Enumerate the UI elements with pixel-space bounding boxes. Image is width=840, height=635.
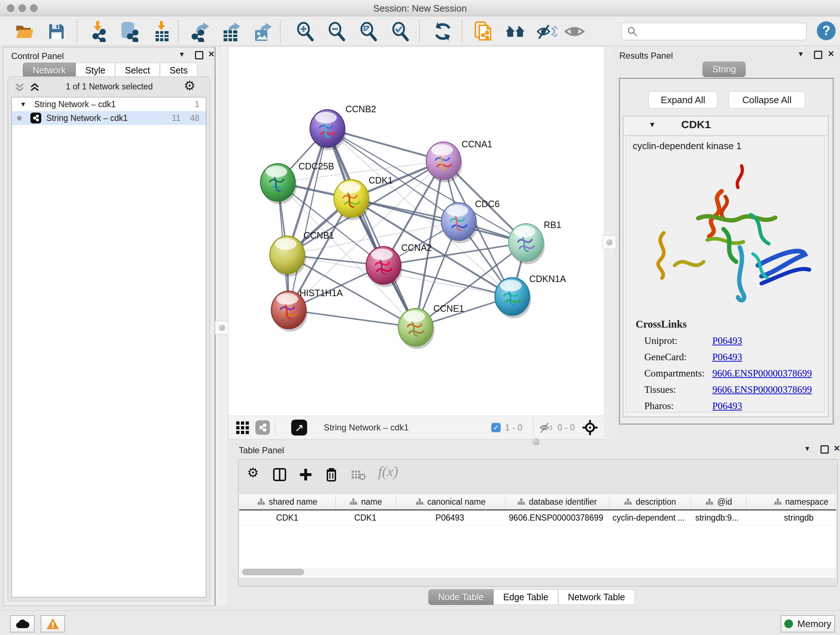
show-eye-icon[interactable]: [564, 21, 584, 42]
zoom-selected-icon[interactable]: [391, 21, 411, 42]
export-table-icon[interactable]: [221, 21, 242, 42]
network-node-cdkn1a[interactable]: CDKN1A: [495, 274, 566, 318]
zoom-fit-icon[interactable]: [359, 21, 379, 42]
zoom-in-icon[interactable]: [296, 21, 316, 42]
collapse-all-chevrons-icon[interactable]: [29, 82, 41, 93]
scrollbar-thumb[interactable]: [242, 569, 304, 575]
table-cell[interactable]: stringdb:9...: [690, 510, 745, 525]
network-node-cdc6[interactable]: CDC6: [441, 199, 500, 243]
table-cell[interactable]: cyclin-dependent ...: [608, 510, 690, 525]
expand-all-chevrons-icon[interactable]: [14, 82, 25, 93]
column-header--id[interactable]: @id: [691, 494, 747, 509]
delete-table-icon[interactable]: [351, 470, 366, 480]
export-network-icon[interactable]: [189, 21, 210, 42]
network-row[interactable]: String Network – cdk1 11 48: [12, 111, 206, 125]
hide-selected-eye-slash-icon[interactable]: [537, 21, 557, 42]
column-header-namespace[interactable]: namespace: [747, 494, 836, 509]
help-button[interactable]: ?: [817, 21, 836, 40]
import-network-from-database-icon[interactable]: [119, 21, 140, 42]
collapse-all-button[interactable]: Collapse All: [729, 91, 805, 109]
crosslink-link[interactable]: 9606.ENSP00000378699: [712, 368, 812, 379]
delete-column-trash-icon[interactable]: [325, 467, 338, 482]
collection-row[interactable]: ▼ String Network – cdk1 1: [12, 97, 206, 111]
right-splitter-grabber[interactable]: [602, 235, 616, 249]
table-horizontal-scrollbar[interactable]: [240, 568, 836, 576]
tab-string[interactable]: String: [703, 62, 745, 77]
crosslink-link[interactable]: P06493: [712, 335, 742, 347]
search-field[interactable]: [622, 23, 807, 40]
collapse-panel-icon[interactable]: ▾: [805, 445, 809, 453]
left-splitter-grabber[interactable]: [215, 321, 229, 334]
right-splitter[interactable]: [604, 47, 615, 439]
hidden-eye-slash-icon[interactable]: [538, 421, 554, 434]
crosshair-icon[interactable]: [582, 420, 598, 435]
function-builder-icon[interactable]: f(x): [378, 463, 398, 480]
close-panel-icon[interactable]: ✕: [834, 445, 840, 453]
network-node-hist1h1a[interactable]: HIST1H1A: [271, 288, 343, 332]
table-cell[interactable]: CDK1: [335, 510, 395, 525]
column-header-canonical-name[interactable]: canonical name: [396, 494, 505, 509]
create-column-plus-icon[interactable]: [299, 468, 312, 481]
collection-expand-triangle-icon[interactable]: ▼: [20, 101, 27, 108]
column-header-shared-name[interactable]: shared name: [239, 494, 336, 509]
save-session-icon[interactable]: [46, 21, 66, 42]
close-panel-icon[interactable]: ✕: [828, 50, 834, 58]
import-table-icon[interactable]: [152, 21, 172, 42]
tab-network-table[interactable]: Network Table: [558, 589, 635, 605]
table-row[interactable]: CDK1CDK1P064939606.ENSP00000378699cyclin…: [239, 510, 836, 525]
tab-sets[interactable]: Sets: [160, 63, 197, 78]
search-input[interactable]: [641, 26, 806, 37]
show-columns-icon[interactable]: [273, 468, 286, 481]
show-all-houses-icon[interactable]: [505, 21, 525, 42]
tab-network[interactable]: Network: [23, 63, 76, 78]
network-node-cdk1[interactable]: CDK1: [334, 175, 393, 220]
birds-eye-grid-icon[interactable]: [236, 421, 249, 434]
open-in-window-icon[interactable]: ↗: [291, 420, 307, 435]
float-panel-icon[interactable]: [821, 445, 829, 454]
gene-section-header[interactable]: ▼ CDK1: [623, 116, 828, 135]
table-options-gear-icon[interactable]: ⚙: [247, 465, 259, 480]
network-node-rb1[interactable]: RB1: [508, 220, 561, 264]
export-image-icon[interactable]: [253, 21, 273, 42]
zoom-out-icon[interactable]: [327, 21, 347, 42]
collapse-panel-icon[interactable]: ▾: [799, 50, 803, 58]
crosslink-link[interactable]: P06493: [712, 401, 742, 412]
network-edge[interactable]: [289, 128, 327, 310]
column-header-name[interactable]: name: [336, 494, 396, 509]
table-cell[interactable]: P06493: [395, 510, 504, 525]
left-splitter[interactable]: [215, 47, 228, 605]
tab-node-table[interactable]: Node Table: [428, 589, 493, 605]
string-network-view-icon[interactable]: [256, 420, 270, 435]
expand-all-button[interactable]: Expand All: [648, 91, 718, 109]
cloud-button[interactable]: [10, 615, 35, 632]
table-cell[interactable]: 9606.ENSP00000378699: [504, 510, 608, 525]
network-node-ccnb2[interactable]: CCNB2: [310, 104, 376, 150]
float-panel-icon[interactable]: [814, 51, 822, 59]
clone-network-icon[interactable]: [473, 21, 493, 42]
table-cell[interactable]: CDK1: [239, 510, 335, 525]
crosslink-link[interactable]: 9606.ENSP00000378699: [712, 384, 812, 395]
network-edge[interactable]: [289, 310, 416, 327]
import-network-icon[interactable]: [88, 21, 108, 42]
network-node-ccna2[interactable]: CCNA2: [366, 242, 432, 287]
tab-select[interactable]: Select: [115, 63, 159, 78]
network-options-gear-icon[interactable]: ⚙: [184, 78, 195, 93]
column-header-database-identifier[interactable]: database identifier: [505, 494, 609, 509]
warnings-button[interactable]: [41, 615, 65, 632]
collapse-panel-icon[interactable]: ▾: [180, 50, 184, 58]
tab-style[interactable]: Style: [76, 63, 115, 78]
table-cell[interactable]: stringdb: [745, 510, 836, 525]
network-node-ccnb1[interactable]: CCNB1: [270, 230, 334, 277]
horizontal-splitter[interactable]: [228, 440, 840, 444]
tab-edge-table[interactable]: Edge Table: [493, 589, 558, 605]
network-canvas[interactable]: CCNB2CCNA1CDC25BCDK1CDC6RB1CCNB1CCNA2CDK…: [228, 47, 604, 416]
close-panel-icon[interactable]: ✕: [208, 50, 215, 58]
float-panel-icon[interactable]: [195, 51, 203, 59]
apply-layout-icon[interactable]: [433, 21, 453, 42]
crosslink-link[interactable]: P06493: [712, 352, 742, 363]
network-edge[interactable]: [351, 198, 526, 242]
selected-nodes-checkbox-icon[interactable]: ✓: [491, 423, 501, 432]
gene-collapse-triangle-icon[interactable]: ▼: [649, 120, 656, 129]
open-session-icon[interactable]: [14, 21, 35, 42]
memory-button[interactable]: Memory: [781, 615, 835, 632]
